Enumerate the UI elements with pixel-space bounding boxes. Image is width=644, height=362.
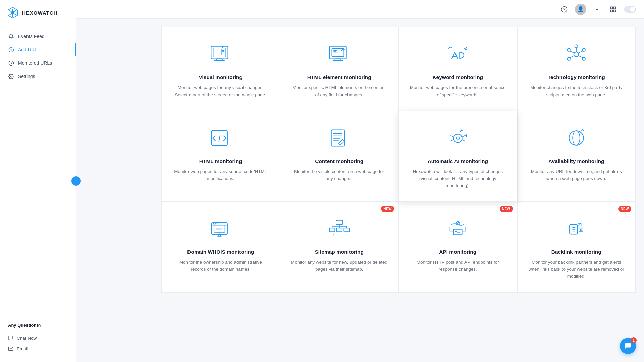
clock-icon	[8, 60, 14, 66]
apps-grid-button[interactable]	[608, 4, 619, 15]
card-api-monitoring[interactable]: NEW API monitoring Monitor HTTP post and…	[398, 202, 517, 293]
sidebar-item-events-feed[interactable]: Events Feed	[0, 29, 76, 43]
svg-point-27	[575, 45, 578, 48]
sidebar-collapse-button[interactable]: ‹	[71, 176, 81, 186]
email-button[interactable]: Email	[8, 343, 68, 354]
card-icon-html-element-monitoring	[326, 41, 353, 68]
card-keyword-monitoring[interactable]: Keyword monitoring Monitor web pages for…	[398, 27, 517, 111]
card-icon-visual-monitoring	[207, 41, 234, 68]
svg-rect-15	[611, 7, 613, 9]
card-title-sitemap-monitoring: Sitemap monitoring	[315, 249, 364, 255]
sidebar-navigation: Events Feed Add URL Monitored URLs Setti…	[0, 24, 76, 317]
svg-rect-18	[614, 10, 616, 12]
sidebar-item-settings[interactable]: Settings	[0, 70, 76, 83]
card-sitemap-monitoring[interactable]: NEW Sitemap monitoring Monitor any websi…	[280, 202, 399, 293]
settings-label: Settings	[18, 74, 35, 79]
sidebar-item-monitored-urls[interactable]: Monitored URLs	[0, 56, 76, 70]
card-icon-keyword-monitoring	[444, 41, 471, 68]
svg-point-30	[567, 48, 570, 51]
card-backlink-monitoring[interactable]: NEW Backlink monitoring Monitor your bac…	[517, 202, 636, 293]
email-icon	[8, 346, 13, 351]
svg-point-40	[456, 137, 459, 140]
svg-point-64	[580, 229, 582, 231]
svg-point-50	[216, 223, 218, 225]
chat-icon	[8, 335, 13, 341]
sidebar-item-add-url[interactable]: Add URL	[0, 43, 76, 56]
svg-line-34	[579, 56, 583, 58]
card-title-html-element-monitoring: HTML element monitoring	[307, 74, 371, 80]
svg-point-26	[574, 52, 579, 57]
svg-point-48	[213, 223, 214, 225]
card-ai-monitoring[interactable]: Automatic AI monitoring Hexowatch will l…	[398, 111, 517, 202]
card-icon-ai-monitoring	[444, 125, 471, 152]
user-avatar[interactable]: 👤	[575, 4, 586, 15]
card-icon-domain-whois-monitoring	[207, 216, 234, 242]
card-title-ai-monitoring: Automatic AI monitoring	[428, 158, 488, 164]
card-icon-availability-monitoring	[563, 125, 590, 152]
app-name: HEXOWATCH	[22, 10, 57, 16]
card-domain-whois-monitoring[interactable]: Domain WHOIS monitoring Monitor the owne…	[161, 202, 280, 293]
card-desc-html-element-monitoring: Monitor specific HTML elements or the co…	[290, 84, 388, 99]
svg-point-49	[215, 223, 216, 225]
card-title-visual-monitoring: Visual monitoring	[199, 74, 243, 80]
add-url-label: Add URL	[18, 47, 37, 52]
card-title-keyword-monitoring: Keyword monitoring	[432, 74, 483, 80]
card-desc-visual-monitoring: Monitor web pages for any visual changes…	[172, 84, 270, 99]
user-dropdown-button[interactable]	[592, 4, 602, 15]
gear-icon	[8, 73, 14, 79]
any-questions-label: Any Questions?	[8, 323, 68, 328]
card-desc-keyword-monitoring: Monitor web pages for the presence or ab…	[409, 84, 507, 99]
chat-notification-badge: 1	[631, 337, 637, 343]
card-icon-html-monitoring	[207, 125, 234, 152]
card-desc-backlink-monitoring: Monitor your backlink partners and get a…	[528, 259, 626, 280]
card-icon-backlink-monitoring	[563, 216, 590, 242]
logo[interactable]: HEXOWATCH	[0, 0, 76, 24]
card-title-api-monitoring: API monitoring	[439, 249, 476, 255]
svg-line-35	[570, 51, 574, 53]
svg-rect-17	[611, 10, 613, 12]
chevron-down-icon	[595, 7, 599, 12]
card-html-monitoring[interactable]: HTML monitoring Monitor web pages for an…	[161, 111, 280, 202]
card-title-content-monitoring: Content monitoring	[315, 158, 363, 164]
card-title-html-monitoring: HTML monitoring	[199, 158, 242, 164]
events-feed-label: Events Feed	[18, 34, 45, 39]
card-desc-availability-monitoring: Monitor any URL for downtime, and get al…	[528, 168, 626, 182]
svg-rect-54	[337, 228, 342, 232]
plus-circle-icon	[8, 47, 14, 53]
card-technology-monitoring[interactable]: Technology monitoring Monitor changes to…	[517, 27, 636, 111]
chat-fab-button[interactable]: 1	[620, 338, 636, 354]
help-button[interactable]	[559, 4, 570, 15]
card-availability-monitoring[interactable]: Availability monitoring Monitor any URL …	[517, 111, 636, 202]
card-title-domain-whois-monitoring: Domain WHOIS monitoring	[187, 249, 254, 255]
new-badge: NEW	[500, 206, 513, 212]
new-badge: NEW	[381, 206, 394, 212]
new-badge: NEW	[618, 206, 631, 212]
svg-line-5	[14, 14, 16, 15]
svg-point-31	[582, 48, 585, 51]
svg-line-4	[9, 10, 11, 12]
card-visual-monitoring[interactable]: Visual monitoring Monitor web pages for …	[161, 27, 280, 111]
chat-now-button[interactable]: Chat Now	[8, 333, 68, 343]
hexowatch-logo-icon	[7, 7, 19, 19]
card-desc-sitemap-monitoring: Monitor any website for new, updated or …	[290, 259, 388, 273]
svg-line-7	[9, 14, 11, 15]
monitoring-cards-grid: Visual monitoring Monitor web pages for …	[161, 27, 636, 293]
card-desc-domain-whois-monitoring: Monitor the ownership and administrative…	[172, 259, 270, 273]
svg-point-39	[453, 134, 462, 142]
question-icon	[561, 6, 568, 13]
svg-rect-61	[453, 229, 462, 235]
card-icon-sitemap-monitoring	[326, 216, 353, 242]
card-html-element-monitoring[interactable]: HTML element monitoring Monitor specific…	[280, 27, 399, 111]
card-icon-api-monitoring	[444, 216, 471, 242]
svg-point-28	[567, 57, 570, 60]
card-content-monitoring[interactable]: Content monitoring Monitor the visible c…	[280, 111, 399, 202]
svg-line-33	[570, 56, 574, 58]
svg-line-36	[579, 51, 583, 53]
chat-now-label: Chat Now	[17, 336, 37, 341]
svg-rect-55	[344, 228, 350, 232]
dark-mode-toggle[interactable]	[624, 6, 636, 13]
svg-point-1	[11, 11, 14, 14]
svg-rect-20	[213, 48, 226, 57]
sidebar-bottom: Any Questions? Chat Now Email	[0, 317, 76, 362]
svg-rect-16	[614, 7, 616, 9]
